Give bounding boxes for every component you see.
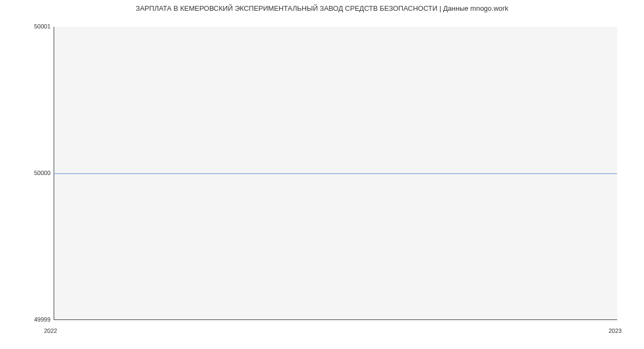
y-axis-tick: 50001 [18, 23, 50, 30]
chart-title: ЗАРПЛАТА В КЕМЕРОВСКИЙ ЭКСПЕРИМЕНТАЛЬНЫЙ… [0, 4, 644, 12]
x-axis-tick: 2023 [609, 328, 621, 334]
y-axis-tick: 49999 [18, 316, 50, 323]
series-line [54, 173, 617, 174]
x-axis-tick: 2022 [44, 328, 57, 334]
y-axis-tick: 50000 [18, 170, 50, 176]
